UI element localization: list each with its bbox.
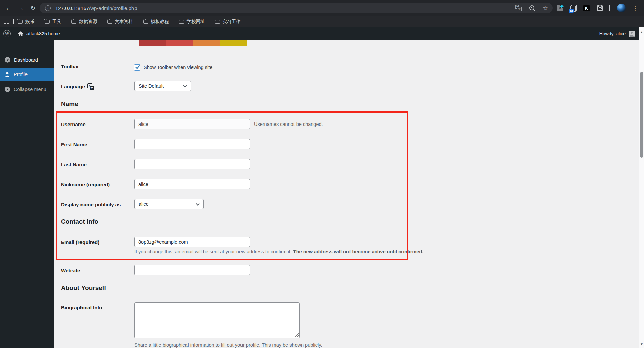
about-section-heading: About Yourself <box>61 284 106 292</box>
zoom-indicator-icon[interactable] <box>529 5 535 11</box>
bookmark-folder[interactable]: 学校网址 <box>179 19 205 25</box>
username-label: Username <box>61 121 86 127</box>
dashboard-icon <box>4 57 11 63</box>
folder-icon <box>71 20 76 24</box>
folder-icon <box>215 20 220 24</box>
last-name-input[interactable] <box>134 159 250 169</box>
email-label: Email (required) <box>61 239 99 245</box>
folder-icon <box>45 20 50 24</box>
last-name-label: Last Name <box>61 162 87 167</box>
browser-back-icon[interactable]: ← <box>4 3 13 13</box>
browser-toolbar: ← → ↻ i 127.0.0.1:8167 /wp-admin/profile… <box>0 0 644 16</box>
scrollbar-thumb[interactable] <box>640 72 643 158</box>
address-bar[interactable]: i 127.0.0.1:8167 /wp-admin/profile.php ☆ <box>40 3 553 13</box>
sidebar-item-label: Collapse menu <box>14 87 46 92</box>
email-description: If you change this, an email will be sen… <box>134 249 423 254</box>
scroll-down-icon[interactable]: ▼ <box>639 341 644 347</box>
bookmarks-bar: 娱乐 工具 数据资源 文本资料 模板教程 学校网址 实习工作 <box>0 16 644 27</box>
translate-icon[interactable] <box>515 5 522 11</box>
browser-menu-icon[interactable]: ⋮ <box>632 5 638 11</box>
name-section-heading: Name <box>61 100 78 108</box>
sidebar-item-label: Dashboard <box>14 57 38 63</box>
show-toolbar-checkbox[interactable] <box>134 64 140 71</box>
sidebar-item-profile[interactable]: Profile <box>0 68 54 81</box>
user-avatar[interactable] <box>629 31 635 37</box>
bookmark-folder[interactable]: 娱乐 <box>18 19 35 25</box>
site-name: attack825 home <box>26 31 60 36</box>
apps-grid-icon[interactable] <box>4 19 9 24</box>
extension-k-icon[interactable]: K <box>583 5 590 11</box>
first-name-label: First Name <box>61 142 87 147</box>
display-name-select[interactable]: alice <box>134 199 204 209</box>
bookmark-folder[interactable]: 工具 <box>45 19 61 25</box>
bio-textarea[interactable] <box>134 302 300 338</box>
browser-forward-icon[interactable]: → <box>16 3 25 13</box>
website-label: Website <box>61 268 80 274</box>
language-row-label: Language <box>61 83 94 89</box>
language-select[interactable]: Site Default <box>134 81 191 91</box>
wp-sidebar-menu: Dashboard Profile Collapse menu <box>0 40 54 348</box>
profile-page-content: Toolbar Show Toolbar when viewing site L… <box>54 40 639 348</box>
bio-description: Share a little biographical information … <box>134 342 436 348</box>
collapse-icon <box>4 86 10 92</box>
sidebar-item-label: Profile <box>14 72 28 77</box>
bookmark-folder[interactable]: 数据资源 <box>71 19 97 25</box>
site-info-icon[interactable]: i <box>45 5 51 11</box>
website-input[interactable] <box>134 265 250 275</box>
checkmark-icon <box>135 64 141 70</box>
nickname-input[interactable] <box>134 179 250 189</box>
first-name-input[interactable] <box>134 139 250 149</box>
translation-icon <box>87 83 94 89</box>
email-input[interactable] <box>134 237 250 247</box>
home-icon <box>18 31 23 36</box>
contact-section-heading: Contact Info <box>61 218 98 226</box>
username-note: Usernames cannot be changed. <box>254 121 323 127</box>
bookmarks-separator <box>13 19 14 24</box>
color-scheme-strip <box>139 40 247 46</box>
extension-tabs-icon[interactable]: 13 <box>570 5 577 11</box>
url-host: 127.0.0.1:8167 <box>55 5 89 11</box>
profile-user-icon <box>4 71 10 78</box>
folder-icon <box>18 20 23 24</box>
folder-icon <box>179 20 184 24</box>
site-home-link[interactable]: attack825 home <box>18 31 60 36</box>
url-path: /wp-admin/profile.php <box>89 5 137 11</box>
extension-grid-icon[interactable] <box>557 5 563 11</box>
bookmark-folder[interactable]: 模板教程 <box>143 19 169 25</box>
display-name-label: Display name publicly as <box>61 202 121 207</box>
nickname-label: Nickname (required) <box>61 182 110 187</box>
folder-icon <box>107 20 112 24</box>
browser-profile-avatar[interactable] <box>617 4 626 12</box>
browser-reload-icon[interactable]: ↻ <box>28 3 38 13</box>
bookmark-folder[interactable]: 文本资料 <box>107 19 133 25</box>
page-scrollbar: ▲ ▼ <box>639 27 644 348</box>
chevron-down-icon <box>183 84 187 87</box>
sidebar-item-dashboard[interactable]: Dashboard <box>0 54 54 66</box>
toolbar-separator <box>609 5 610 11</box>
username-input[interactable] <box>134 119 250 129</box>
bio-label: Biographical Info <box>61 305 102 310</box>
bookmark-star-icon[interactable]: ☆ <box>542 5 548 11</box>
show-toolbar-label: Show Toolbar when viewing site <box>144 65 212 70</box>
folder-icon <box>143 20 148 24</box>
wordpress-logo-icon[interactable]: W <box>3 30 11 37</box>
sidebar-collapse-menu[interactable]: Collapse menu <box>0 83 54 95</box>
wp-admin-bar: W attack825 home Howdy, alice <box>0 27 639 40</box>
tab-count-badge: 13 <box>569 9 574 13</box>
chevron-down-icon <box>196 202 199 205</box>
bookmark-folder[interactable]: 实习工作 <box>215 19 241 25</box>
howdy-text[interactable]: Howdy, alice <box>599 31 626 36</box>
toolbar-row-label: Toolbar <box>61 64 79 69</box>
extensions-puzzle-icon[interactable] <box>596 5 603 11</box>
scroll-up-icon[interactable]: ▲ <box>639 29 644 35</box>
